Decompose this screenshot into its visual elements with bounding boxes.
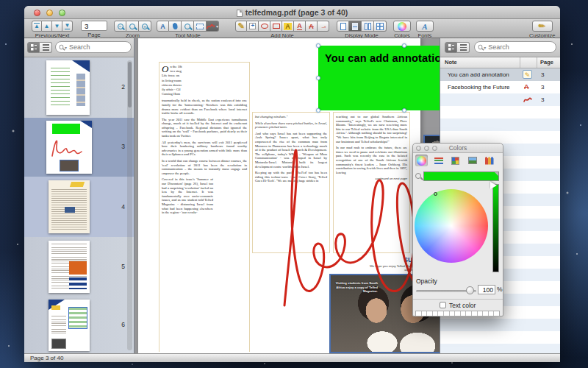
opacity-value-field[interactable]: 100: [478, 285, 495, 294]
go-last-button[interactable]: ▼: [62, 21, 73, 32]
color-well[interactable]: [466, 311, 472, 316]
color-sliders-tab[interactable]: [432, 155, 445, 166]
image-palettes-tab[interactable]: [466, 155, 478, 166]
thumbnail-row-page3-selected[interactable]: 3: [24, 118, 134, 177]
add-oval-button[interactable]: [259, 21, 270, 32]
grid-pages-button[interactable]: [374, 21, 387, 32]
thumbnails-search-field[interactable]: ▾: [55, 41, 132, 53]
customize-button[interactable]: ✎: [532, 21, 553, 32]
thumbnails-search-input[interactable]: [69, 43, 128, 51]
color-well[interactable]: [483, 311, 489, 316]
thumbnail-row-page2[interactable]: 2: [24, 57, 134, 118]
color-well[interactable]: [422, 311, 428, 316]
annotation-row[interactable]: Facebooking the Future A 3: [440, 81, 560, 93]
selected-color-swatch[interactable]: [423, 171, 499, 181]
panel-zoom-icon[interactable]: [432, 146, 437, 151]
strikethrough-text-button[interactable]: A: [306, 21, 318, 32]
add-arrow-button[interactable]: →: [318, 21, 329, 32]
annotation-compact-button[interactable]: [457, 42, 470, 53]
pdf-page[interactable]: Editorial ure O n the 18t to a stag Life…: [138, 38, 420, 353]
title-bar[interactable]: telfedmag.pdf (page 3 of 40): [24, 6, 560, 19]
color-well[interactable]: [455, 311, 461, 316]
two-pages-button[interactable]: [362, 21, 374, 32]
thumbnail-row-page4[interactable]: 4: [24, 177, 134, 237]
color-wheel[interactable]: [415, 189, 488, 263]
color-well[interactable]: [444, 311, 450, 316]
color-well[interactable]: [478, 311, 484, 316]
underline-text-button[interactable]: A: [294, 21, 306, 32]
page2-thumbnail[interactable]: [46, 60, 90, 115]
image-icon: [468, 157, 477, 164]
panel-close-icon[interactable]: [416, 146, 421, 151]
annotations-table-header[interactable]: Note Page: [440, 57, 560, 68]
hand-tool-button[interactable]: [169, 21, 182, 32]
single-page-button[interactable]: [337, 21, 349, 32]
colors-panel-titlebar[interactable]: Colors: [413, 144, 503, 153]
thumbnail-row-page5[interactable]: 5: [24, 237, 134, 296]
resize-handle[interactable]: [316, 108, 320, 113]
highlight-text-button[interactable]: A: [282, 21, 294, 32]
note-annotation-icon: ✎: [523, 70, 532, 79]
magnify-tool-button[interactable]: [182, 21, 194, 32]
magnifier-picker-icon[interactable]: [415, 173, 421, 179]
add-pencil-note-button[interactable]: ✎: [235, 21, 247, 32]
page-column-header[interactable]: Page: [540, 59, 553, 66]
annotation-row[interactable]: 3: [440, 93, 560, 106]
add-text-note-button[interactable]: [247, 21, 259, 32]
color-well[interactable]: [494, 311, 499, 316]
go-first-button[interactable]: ▲: [32, 21, 42, 32]
column-divider[interactable]: [520, 57, 520, 68]
thumbnail-row-page6[interactable]: 6: [24, 296, 134, 353]
thumbnail-view-button[interactable]: [27, 42, 40, 53]
color-wheel-tab[interactable]: [415, 155, 428, 166]
column-divider[interactable]: [537, 57, 537, 68]
color-well[interactable]: [450, 311, 456, 316]
zoom-out-button[interactable]: −: [114, 21, 126, 32]
page3-thumbnail[interactable]: [46, 121, 92, 174]
text-color-checkbox[interactable]: [440, 302, 446, 308]
annotations-search-input[interactable]: [488, 43, 553, 51]
page5-thumbnail[interactable]: [49, 241, 90, 293]
previous-page-button[interactable]: ▲: [42, 21, 52, 32]
continuous-button[interactable]: [349, 21, 362, 32]
brightness-slider-knob[interactable]: [490, 182, 497, 189]
select-tool-button[interactable]: [194, 21, 207, 32]
pdf-main-view[interactable]: Editorial ure O n the 18t to a stag Life…: [135, 38, 440, 353]
zoom-in-button[interactable]: +: [139, 21, 151, 32]
thumbnails-scrollbar[interactable]: [127, 60, 132, 350]
opacity-slider-knob[interactable]: [466, 286, 474, 294]
color-well[interactable]: [489, 311, 495, 316]
panel-minimize-icon[interactable]: [424, 146, 429, 151]
colors-panel[interactable]: Colors Opacity 100 %: [412, 143, 503, 316]
annotation-list-button[interactable]: [445, 42, 457, 53]
resize-handle[interactable]: [316, 43, 320, 48]
brightness-slider[interactable]: [492, 184, 499, 272]
crayons-tab[interactable]: [483, 155, 495, 166]
color-well[interactable]: [438, 311, 444, 316]
colors-button[interactable]: [393, 21, 411, 32]
color-palettes-tab[interactable]: [449, 155, 462, 166]
thumbnails-scrollbar-thumb[interactable]: [128, 62, 132, 107]
resize-handle[interactable]: [402, 43, 406, 48]
resize-handle[interactable]: [316, 76, 320, 80]
text-tool-button[interactable]: A: [157, 21, 169, 32]
color-well[interactable]: [433, 311, 439, 316]
color-well[interactable]: [427, 311, 433, 316]
color-well[interactable]: [461, 311, 467, 316]
annotations-search-field[interactable]: ▾: [474, 41, 556, 53]
next-page-button[interactable]: ▼: [52, 21, 62, 32]
scribble-tool-button[interactable]: ▾: [207, 21, 219, 32]
page-number-input[interactable]: [81, 21, 107, 31]
page4-thumbnail[interactable]: [49, 180, 90, 233]
note-column-header[interactable]: Note: [445, 59, 457, 66]
add-rectangle-button[interactable]: [270, 21, 282, 32]
fonts-button[interactable]: A: [416, 21, 434, 32]
resize-handle[interactable]: [402, 108, 406, 113]
zoom-actual-button[interactable]: [126, 21, 139, 32]
color-well[interactable]: [472, 311, 478, 316]
color-well[interactable]: [416, 311, 422, 316]
color-wheel-selection-marker[interactable]: [434, 192, 437, 196]
list-view-button[interactable]: [40, 42, 52, 53]
annotation-row[interactable]: You can add annotation ✎ 3: [440, 68, 560, 81]
page6-thumbnail[interactable]: [49, 300, 90, 351]
